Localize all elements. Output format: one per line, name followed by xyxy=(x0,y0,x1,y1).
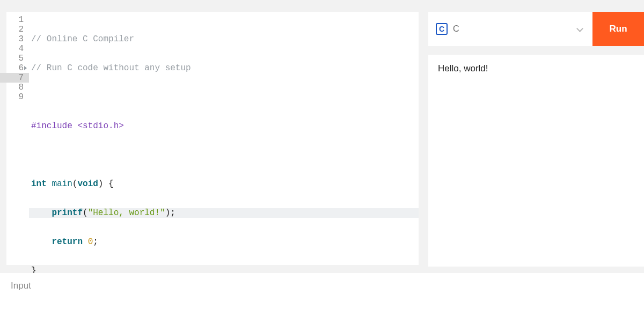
code-brace: { xyxy=(103,179,113,189)
code-keyword: void xyxy=(77,179,98,189)
code-preproc: #include xyxy=(31,121,72,131)
code-comment: // Run C code without any setup xyxy=(31,63,191,73)
code-header: <stdio.h> xyxy=(72,121,124,131)
code-line-active: printf("Hello, world!"); xyxy=(29,208,419,218)
top-row: 1 2 3 4 5 6 7 8 9 // Online C Compiler /… xyxy=(0,0,644,267)
input-label: Input xyxy=(11,281,633,291)
line-number: 8 xyxy=(6,83,24,92)
chevron-down-icon xyxy=(576,25,584,33)
language-select[interactable]: C C xyxy=(428,12,592,46)
editor-gutter: 1 2 3 4 5 6 7 8 9 xyxy=(6,12,29,265)
code-line: #include <stdio.h> xyxy=(31,121,419,131)
code-keyword: return xyxy=(52,237,83,247)
line-number: 3 xyxy=(6,34,24,44)
code-space xyxy=(83,237,88,247)
code-area[interactable]: // Online C Compiler // Run C code witho… xyxy=(29,12,419,265)
code-semi: ; xyxy=(93,237,98,247)
language-label: C xyxy=(453,24,459,34)
code-number: 0 xyxy=(88,237,93,247)
code-editor[interactable]: 1 2 3 4 5 6 7 8 9 // Online C Compiler /… xyxy=(6,12,419,265)
c-language-icon: C xyxy=(436,23,448,35)
code-comment: // Online C Compiler xyxy=(31,34,134,44)
line-number: 5 xyxy=(6,54,24,63)
controls-bar: C C Run xyxy=(428,12,644,46)
code-line: // Online C Compiler xyxy=(31,34,419,44)
line-number: 1 xyxy=(6,15,24,25)
line-number: 9 xyxy=(6,92,24,102)
code-paren: ( xyxy=(83,208,88,218)
output-pane: Hello, world! xyxy=(428,55,644,267)
line-number: 4 xyxy=(6,44,24,54)
code-paren: ) xyxy=(98,179,104,189)
code-line: int main(void) { xyxy=(31,179,419,189)
code-line xyxy=(31,150,419,160)
code-keyword: int xyxy=(31,179,47,189)
code-ident: main xyxy=(47,179,72,189)
code-line: return 0; xyxy=(31,237,419,247)
line-number: 2 xyxy=(6,25,24,34)
code-paren: ( xyxy=(72,179,78,189)
right-pane: C C Run Hello, world! xyxy=(428,12,644,267)
code-string: "Hello, world!" xyxy=(88,208,165,218)
code-indent xyxy=(31,208,52,218)
app-root: 1 2 3 4 5 6 7 8 9 // Online C Compiler /… xyxy=(0,0,644,332)
code-paren: ); xyxy=(165,208,175,218)
code-line xyxy=(31,92,419,102)
code-indent xyxy=(31,237,52,247)
output-text: Hello, world! xyxy=(438,63,634,74)
code-line: // Run C code without any setup xyxy=(31,63,419,73)
input-panel[interactable]: Input xyxy=(0,273,644,332)
line-number-active: 7 xyxy=(0,73,29,83)
run-button[interactable]: Run xyxy=(592,12,644,46)
line-number-fold[interactable]: 6 xyxy=(6,63,24,73)
code-ident: printf xyxy=(52,208,83,218)
